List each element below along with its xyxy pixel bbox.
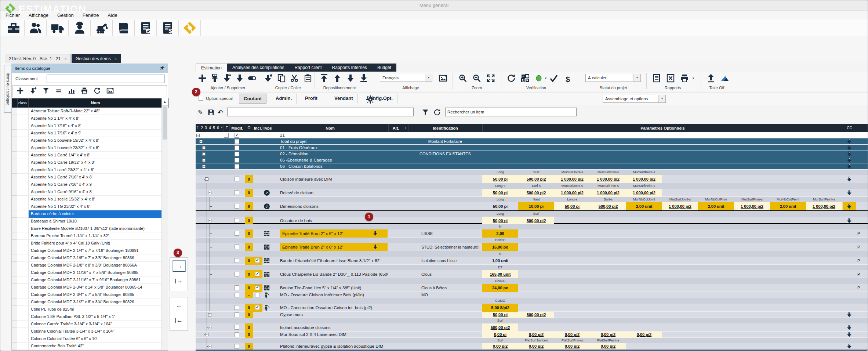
collapse-icon[interactable]: − [202, 165, 206, 168]
include-checkbox[interactable] [255, 305, 260, 310]
row-selector[interactable] [12, 130, 17, 137]
class-cell[interactable] [17, 269, 29, 276]
grid-row[interactable]: +0Gypse murs50,00 pi500,00 pi2 [196, 312, 868, 318]
move-top-icon[interactable] [319, 73, 329, 83]
item-name[interactable]: Aspenite No 1 TG 23/32" x 4' x 8' [29, 203, 161, 210]
item-name[interactable]: Colonne Colonial Traitée 3-1/4" x 3-1/4"… [29, 328, 161, 335]
param-value[interactable]: 500,00 pi2 [518, 312, 554, 318]
row-selector[interactable] [12, 144, 17, 152]
item-name[interactable]: Aspenite No 1 1/4" x 4' x 8' [29, 115, 161, 122]
item-name[interactable]: Colle PL Tube de 825ml [29, 306, 161, 313]
tab-estimation[interactable]: Estimation [196, 64, 227, 72]
row-selector[interactable] [12, 291, 17, 298]
row-selector[interactable] [12, 254, 17, 262]
modif-checkbox[interactable] [235, 177, 239, 181]
classement-input[interactable] [47, 75, 165, 83]
modif-checkbox[interactable] [235, 258, 239, 263]
list-item[interactable]: Colonne Colonial Traitée 6" x 6" x 10' [12, 335, 161, 343]
mode-button-admin[interactable]: Admin. [271, 94, 297, 104]
row-name[interactable]: 06 - Cloison &plafonds [280, 163, 388, 170]
param-value[interactable]: 500,00 pi2 [518, 217, 554, 225]
close-icon[interactable]: × [64, 57, 66, 61]
project-status-dropdown[interactable]: À calculer ▼ [585, 74, 641, 82]
class-cell[interactable] [17, 115, 29, 122]
formula-input[interactable] [227, 108, 414, 116]
item-name[interactable]: Bardeau cèdre à cointer [29, 210, 161, 218]
import-icon[interactable] [29, 87, 37, 96]
row-selector[interactable] [12, 188, 17, 196]
grid-col-incl[interactable]: Incl. [253, 124, 262, 132]
grid-row[interactable]: +0Isolant acoustique cloisonsSurf500,00 … [196, 318, 868, 332]
list-item[interactable]: Aspenite No 1 Carré 1/4" x 4' x 8' [12, 152, 161, 159]
class-cell[interactable] [17, 232, 29, 240]
grid-col-modif[interactable]: Modif. [229, 124, 245, 132]
param-value[interactable]: 0,00 pi2 [626, 332, 662, 338]
list-item[interactable]: Colonne 1.8E Parallam PSL 3-1/2" x 5-1/4… [12, 313, 161, 321]
modif-checkbox[interactable] [235, 139, 239, 144]
row-name[interactable]: Clous Charpente Lis Bande 2" D30°_ 0.113… [280, 270, 388, 278]
grid-col-nom[interactable]: Nom [272, 124, 388, 132]
row-selector[interactable] [12, 343, 17, 350]
item-name[interactable]: Cadrage Colonial MDF 2-1/8" x 7' x 3/8" … [29, 254, 161, 262]
option-special-checkbox[interactable] [199, 96, 203, 101]
item-name[interactable]: Barreau Pruche Tourné 1-1/4" x 1-1/4" x … [29, 232, 161, 240]
class-cell[interactable] [17, 306, 29, 313]
class-cell[interactable] [17, 196, 29, 203]
list-item[interactable]: Bardeaux à Shimer 10/10 [12, 218, 161, 225]
expand-icon[interactable]: + [202, 152, 206, 156]
param-value[interactable]: 0,00 pi2 [590, 343, 626, 350]
class-cell[interactable] [17, 247, 29, 254]
list-item[interactable]: Aspenite No 1 TG 23/32" x 4' x 8' [12, 203, 161, 210]
undo-icon[interactable]: ↶ [218, 109, 223, 116]
class-cell[interactable] [17, 254, 29, 262]
modif-checkbox[interactable] [235, 293, 239, 297]
row-name[interactable]: Total du projet [280, 138, 388, 145]
row-name[interactable]: Bande d'étanchéité Ethafoam Lisse Blanc … [280, 257, 388, 265]
dollar-icon[interactable]: $ [563, 74, 573, 84]
cc-insert-icon[interactable] [843, 138, 856, 145]
modif-checkbox[interactable] [235, 285, 239, 290]
identification-cell[interactable]: CONDITIONS EXISTANTES [408, 151, 482, 157]
grid-col-cc[interactable]: CC [843, 124, 856, 132]
collapse-icon[interactable]: − [196, 134, 200, 137]
grid-group-row[interactable] [196, 350, 868, 351]
class-cell[interactable] [17, 166, 29, 174]
catalog-book-icon[interactable] [113, 20, 135, 36]
list-item[interactable]: Aspenite No 1 carré 23/32" x 4' x 8' [12, 166, 161, 174]
row-name[interactable]: Mur Sous-sol 2 X 4 Laine avec DIM [280, 332, 388, 338]
assembly-options-dropdown[interactable]: Assemblage et options ▼ [603, 95, 666, 103]
options-count-cell[interactable]: 0 [245, 284, 253, 292]
status-chevron-icon[interactable]: ▼ [544, 77, 547, 80]
cc-insert-icon[interactable] [843, 312, 856, 318]
scrollbar-thumb[interactable] [163, 106, 167, 140]
list-item[interactable]: Aspenite No 1 bouveté 19/32" x 4' x 8' [12, 137, 161, 144]
list-item[interactable]: Aspenite No 1 Carré 7/16" x 4' x 8' [12, 174, 161, 181]
cc-insert-icon[interactable] [843, 217, 856, 225]
pin-icon[interactable] [160, 65, 165, 72]
row-name[interactable]: Boulon Tire-Fond Hex 5" x 1/4" x 3/8" (U… [280, 284, 388, 292]
options-count-cell[interactable]: 0 [245, 243, 253, 251]
add-icon[interactable] [17, 87, 24, 96]
row-selector[interactable] [12, 306, 17, 313]
print-icon[interactable] [679, 73, 690, 83]
row-selector[interactable] [12, 203, 17, 210]
grid-col-alt[interactable]: Alt. [388, 124, 403, 132]
grid-group-row[interactable]: +01 - Frais Généraux [196, 145, 868, 151]
gear-icon[interactable] [365, 94, 375, 105]
param-value[interactable]: 1 000,00 pi2 [734, 202, 770, 210]
refresh-icon[interactable] [94, 87, 101, 96]
modif-checkbox[interactable] [235, 245, 239, 249]
class-cell[interactable] [17, 298, 29, 306]
list-item[interactable]: Cadrage Colonial MDF 2-3/4" x 14' x 5/8"… [12, 284, 161, 291]
move-up-icon[interactable] [332, 73, 342, 83]
row-name[interactable]: Épinette Traité Brun 2" x 6" x 12' [280, 229, 388, 238]
param-value[interactable]: 0,00 pi2 [518, 343, 554, 350]
class-cell[interactable] [17, 225, 29, 232]
worker-icon[interactable] [69, 20, 91, 36]
class-cell[interactable] [17, 321, 29, 328]
list-item[interactable]: Colonne Colonial Traitée 3-1/4" x 3-1/4"… [12, 328, 161, 335]
equals-icon[interactable] [55, 87, 62, 96]
compilation-grid-icon[interactable] [520, 73, 530, 83]
include-checkbox[interactable] [255, 293, 260, 297]
param-value[interactable]: 2,00 [482, 229, 518, 238]
